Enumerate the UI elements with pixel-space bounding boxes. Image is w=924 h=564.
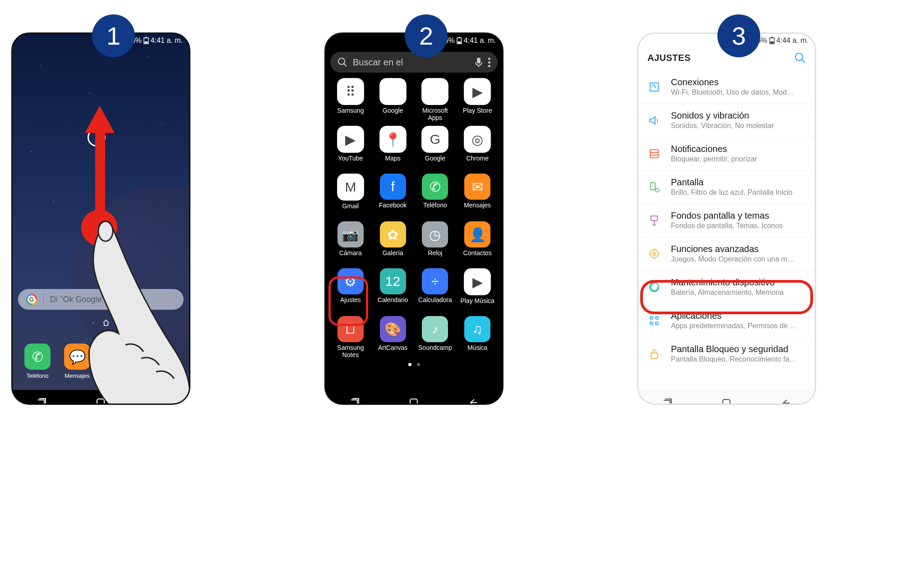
app-label: Contactos xyxy=(457,249,497,265)
app-label: Google xyxy=(373,107,413,122)
nav-recents-button[interactable] xyxy=(662,397,674,405)
svg-rect-18 xyxy=(650,150,658,158)
settings-item-subtitle: Sonidos, Vibración, No molestar xyxy=(671,122,774,130)
nav-recents-button[interactable] xyxy=(349,397,361,405)
app-label: YouTube xyxy=(331,155,370,170)
app-label: Teléfono xyxy=(415,202,455,217)
page-indicator xyxy=(326,363,502,366)
svg-rect-6 xyxy=(458,37,460,38)
svg-rect-1 xyxy=(145,37,147,38)
app-facebook[interactable]: fFacebook xyxy=(373,174,413,218)
app-teléfono[interactable]: ✆Teléfono xyxy=(415,174,455,218)
settings-item-subtitle: Wi-Fi, Bluetooth, Uso de datos, Modo A… xyxy=(671,88,797,96)
app-label: Chrome xyxy=(457,155,497,170)
svg-rect-14 xyxy=(771,37,773,38)
settings-row-lock[interactable]: Pantalla Bloqueo y seguridadPantalla Blo… xyxy=(638,337,815,371)
step-badge-3: 3 xyxy=(717,14,760,57)
settings-item-subtitle: Brillo, Filtro de luz azul, Pantalla Ini… xyxy=(671,188,792,197)
nav-home-button[interactable] xyxy=(721,397,732,405)
app-label: Samsung xyxy=(331,107,370,122)
mic-icon[interactable] xyxy=(475,57,482,67)
swipe-up-arrow xyxy=(88,106,112,219)
android-nav-bar xyxy=(638,390,815,405)
app-icon: 🎨 xyxy=(380,316,406,342)
svg-point-22 xyxy=(656,188,659,192)
app-cámara[interactable]: 📷Cámara xyxy=(331,221,370,265)
app-icon: ÷ xyxy=(422,268,448,294)
nav-home-button[interactable] xyxy=(408,397,420,405)
app-icon: ▶ xyxy=(464,268,491,295)
app-galería[interactable]: ✿Galería xyxy=(373,221,413,265)
app-label: Gmail xyxy=(331,202,370,218)
svg-point-32 xyxy=(650,316,653,319)
settings-item-subtitle: Apps predeterminadas, Permisos de ap… xyxy=(671,322,797,330)
highlight-device-maintenance xyxy=(640,280,813,314)
app-artcanvas[interactable]: 🎨ArtCanvas xyxy=(373,316,413,359)
settings-row-sound[interactable]: Sonidos y vibraciónSonidos, Vibración, N… xyxy=(638,104,815,137)
app-contactos[interactable]: 👤Contactos xyxy=(457,221,497,265)
app-icon: ✆ xyxy=(422,174,448,200)
display-icon xyxy=(647,180,661,194)
search-placeholder: Buscar en el xyxy=(353,57,470,68)
app-label: Música xyxy=(457,344,497,359)
app-label: Mensajes xyxy=(457,202,497,217)
google-logo-icon xyxy=(26,294,37,305)
conn-icon xyxy=(647,80,661,94)
app-google[interactable]: GGoogle xyxy=(415,126,455,170)
nav-back-button[interactable] xyxy=(780,397,791,405)
app-play-música[interactable]: ▶Play Música xyxy=(457,268,497,312)
settings-item-title: Sonidos y vibración xyxy=(671,110,774,121)
nav-back-button[interactable] xyxy=(467,397,479,405)
app-icon: ♫ xyxy=(464,316,490,342)
app-chrome[interactable]: ◎Chrome xyxy=(457,126,497,170)
app-música[interactable]: ♫Música xyxy=(457,316,497,359)
sound-icon xyxy=(647,114,661,127)
settings-item-title: Funciones avanzadas xyxy=(671,244,797,254)
app-microsoft-apps[interactable]: Microsoft Apps xyxy=(415,78,455,122)
more-options-icon[interactable] xyxy=(488,58,490,67)
settings-row-notif[interactable]: NotificacionesBloquear, permitir, priori… xyxy=(638,137,815,170)
svg-rect-23 xyxy=(651,216,657,220)
app-icon xyxy=(379,78,407,105)
app-gmail[interactable]: MGmail xyxy=(331,174,370,218)
dock-app-phone[interactable]: ✆ Teléfono xyxy=(24,344,51,380)
app-icon: ⠿ xyxy=(337,78,364,105)
settings-row-adv[interactable]: Funciones avanzadasJuegos, Modo Operació… xyxy=(638,237,815,271)
clock-time: 4:41 a. m. xyxy=(464,37,496,45)
app-calendario[interactable]: 12Calendario xyxy=(373,268,413,312)
nav-recents-button[interactable] xyxy=(36,397,48,405)
settings-item-subtitle: Juegos, Modo Operación con una mano xyxy=(671,255,797,263)
settings-row-conn[interactable]: ConexionesWi-Fi, Bluetooth, Uso de datos… xyxy=(638,71,815,104)
app-label: Galería xyxy=(373,249,413,265)
app-soundcamp[interactable]: ♪Soundcamp xyxy=(415,316,455,359)
notif-icon xyxy=(647,147,661,160)
apps-search-bar[interactable]: Buscar en el xyxy=(330,52,498,73)
app-calculadora[interactable]: ÷Calculadora xyxy=(415,268,455,312)
settings-item-subtitle: Pantalla Bloqueo, Reconocimiento faci… xyxy=(671,355,797,363)
app-youtube[interactable]: ▶YouTube xyxy=(331,126,370,170)
app-samsung[interactable]: ⠿Samsung xyxy=(331,78,370,122)
settings-row-theme[interactable]: Fondos pantalla y temasFondos de pantall… xyxy=(638,204,815,237)
theme-icon xyxy=(647,214,661,227)
svg-rect-2 xyxy=(144,41,148,43)
settings-row-display[interactable]: PantallaBrillo, Filtro de luz azul, Pant… xyxy=(638,170,815,204)
search-icon xyxy=(337,57,347,67)
app-play-store[interactable]: ▶Play Store xyxy=(457,78,497,122)
settings-item-subtitle: Bloquear, permitir, priorizar xyxy=(671,155,757,163)
svg-rect-12 xyxy=(410,399,417,405)
app-reloj[interactable]: ◷Reloj xyxy=(415,221,455,265)
lock-icon xyxy=(647,347,661,361)
svg-line-17 xyxy=(802,60,805,63)
app-maps[interactable]: 📍Maps xyxy=(373,126,413,170)
app-icon: 👤 xyxy=(464,221,490,248)
app-icon: f xyxy=(380,174,406,200)
step-badge-2: 2 xyxy=(405,14,448,57)
app-google[interactable]: Google xyxy=(373,78,413,122)
svg-point-4 xyxy=(98,221,113,241)
search-icon[interactable] xyxy=(794,52,806,64)
hand-gesture-illustration xyxy=(71,214,190,405)
app-label: Play Store xyxy=(457,107,497,122)
app-icon: G xyxy=(421,126,448,153)
app-mensajes[interactable]: ✉Mensajes xyxy=(457,174,497,218)
settings-list: ConexionesWi-Fi, Bluetooth, Uso de datos… xyxy=(638,71,815,371)
